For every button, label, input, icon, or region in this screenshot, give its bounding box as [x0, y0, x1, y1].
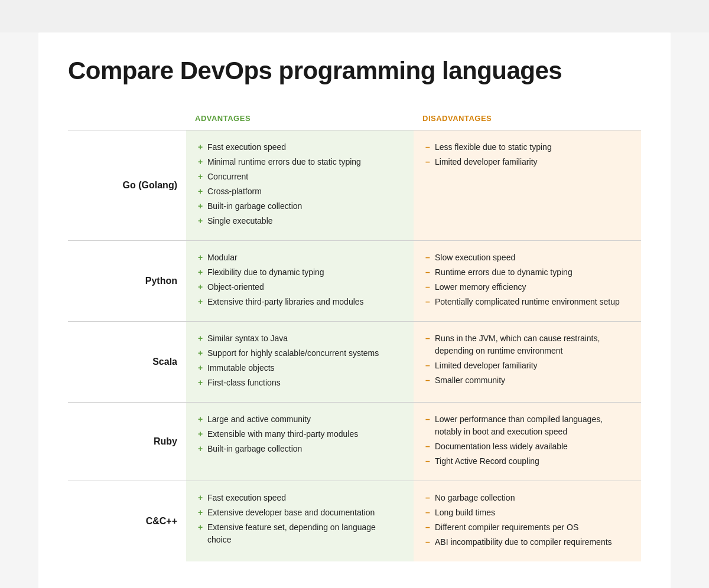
page-title: Compare DevOps programming languages [68, 56, 641, 86]
advantage-item: Modular [198, 251, 402, 264]
disadvantages-header: DISADVANTAGES [414, 109, 641, 130]
disadvantage-item: No garbage collection [425, 492, 629, 504]
language-label: Scala [68, 322, 186, 402]
advantages-cell: Fast execution speedMinimal runtime erro… [186, 130, 414, 240]
disadvantage-item: ABI incompatibility due to compiler requ… [425, 536, 629, 548]
advantage-item: Immutable objects [198, 362, 402, 374]
disadvantage-item: Tight Active Record coupling [425, 455, 629, 468]
disadvantage-item: Lower performance than compiled language… [425, 413, 629, 438]
language-header-spacer [68, 109, 186, 130]
disadvantage-item: Runtime errors due to dynamic typing [425, 266, 629, 279]
advantage-item: Extensive third-party libraries and modu… [198, 296, 402, 308]
disadvantage-item: Limited developer familiarity [425, 156, 629, 168]
language-label: C&C++ [68, 481, 186, 561]
advantages-header: ADVANTAGES [186, 109, 414, 130]
language-label: Ruby [68, 403, 186, 481]
advantage-item: Extensive developer base and documentati… [198, 507, 402, 519]
disadvantage-item: Smaller community [425, 374, 629, 387]
table-row: ScalaSimilar syntax to JavaSupport for h… [68, 321, 641, 402]
disadvantages-cell: Slow execution speedRuntime errors due t… [414, 241, 641, 321]
advantage-item: Support for highly scalable/concurrent s… [198, 347, 402, 360]
advantage-item: Object-oriented [198, 281, 402, 293]
disadvantage-item: Less flexible due to static typing [425, 141, 629, 153]
table-row: Go (Golang)Fast execution speedMinimal r… [68, 130, 641, 240]
table-row: C&C++Fast execution speedExtensive devel… [68, 481, 641, 561]
advantage-item: Similar syntax to Java [198, 332, 402, 345]
comparison-table: ADVANTAGES DISADVANTAGES Go (Golang)Fast… [68, 109, 641, 561]
advantage-item: Flexibility due to dynamic typing [198, 266, 402, 279]
table-row: RubyLarge and active communityExtensible… [68, 402, 641, 481]
disadvantage-item: Limited developer familiarity [425, 360, 629, 372]
advantages-cell: Similar syntax to JavaSupport for highly… [186, 322, 414, 402]
disadvantage-item: Slow execution speed [425, 251, 629, 264]
disadvantage-item: Long build times [425, 507, 629, 519]
advantage-item: Built-in garbage collection [198, 200, 402, 213]
disadvantages-cell: Runs in the JVM, which can cause restrai… [414, 322, 641, 402]
disadvantage-item: Documentation less widely available [425, 440, 629, 453]
advantages-cell: Large and active communityExtensible wit… [186, 403, 414, 481]
advantages-cell: Fast execution speedExtensive developer … [186, 481, 414, 561]
disadvantage-item: Potentially complicated runtime environm… [425, 296, 629, 308]
page-wrapper: Compare DevOps programming languages ADV… [0, 32, 709, 588]
disadvantage-item: Different compiler requirements per OS [425, 521, 629, 534]
advantage-item: First-class functions [198, 377, 402, 389]
disadvantage-item: Lower memory efficiency [425, 281, 629, 293]
advantage-item: Fast execution speed [198, 492, 402, 504]
table-header: ADVANTAGES DISADVANTAGES [68, 109, 641, 130]
advantage-item: Extensive feature set, depending on lang… [198, 521, 402, 546]
advantage-item: Single executable [198, 215, 402, 227]
advantage-item: Large and active community [198, 413, 402, 426]
main-card: Compare DevOps programming languages ADV… [38, 32, 671, 588]
advantage-item: Extensible with many third-party modules [198, 428, 402, 440]
disadvantages-cell: Less flexible due to static typingLimite… [414, 130, 641, 240]
advantages-cell: ModularFlexibility due to dynamic typing… [186, 241, 414, 321]
language-label: Python [68, 241, 186, 321]
advantage-item: Concurrent [198, 171, 402, 183]
table-body: Go (Golang)Fast execution speedMinimal r… [68, 130, 641, 561]
advantage-item: Fast execution speed [198, 141, 402, 153]
advantage-item: Built-in garbage collection [198, 443, 402, 455]
disadvantage-item: Runs in the JVM, which can cause restrai… [425, 332, 629, 357]
language-label: Go (Golang) [68, 130, 186, 240]
advantage-item: Cross-platform [198, 185, 402, 198]
table-row: PythonModularFlexibility due to dynamic … [68, 240, 641, 321]
disadvantages-cell: Lower performance than compiled language… [414, 403, 641, 481]
disadvantages-cell: No garbage collectionLong build timesDif… [414, 481, 641, 561]
advantage-item: Minimal runtime errors due to static typ… [198, 156, 402, 168]
